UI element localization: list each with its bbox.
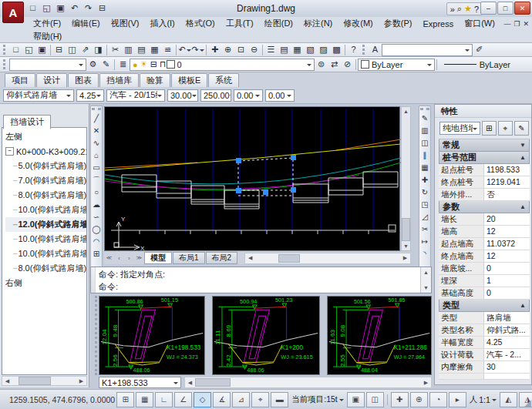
menu-view[interactable]: 视图(V) (106, 18, 145, 29)
menu-edit[interactable]: 编辑(E) (66, 18, 106, 29)
command-prompt-line[interactable]: 命令: (99, 280, 417, 293)
edit-style-icon[interactable]: ✎ (99, 59, 113, 71)
menu-dimension[interactable]: 标注(N) (298, 18, 338, 29)
layout-space-button[interactable]: ◫ (366, 392, 384, 407)
erase-button[interactable]: ✎ (419, 112, 432, 125)
section-type[interactable]: 类型▲ (439, 300, 530, 312)
tab-prev-icon[interactable]: ‹ (114, 254, 124, 263)
property-value[interactable]: 1198.533 (484, 164, 530, 176)
collapse-icon[interactable]: − (5, 147, 14, 156)
scroll-left-icon[interactable]: ◀ (245, 254, 255, 263)
arc-button[interactable]: ⌒ (90, 174, 103, 186)
property-value[interactable]: 20 (484, 213, 530, 225)
section-parameters[interactable]: 参数▲ (439, 201, 530, 213)
toolbar-grip[interactable] (362, 45, 366, 55)
rotate-button[interactable]: ↻ (419, 186, 432, 199)
redo-tool-button[interactable]: ↷ (191, 44, 204, 56)
canvas-hscrollbar[interactable]: ◀ ▶ (244, 253, 411, 264)
menu-help[interactable]: 帮助(H) (28, 31, 67, 42)
toolbar-grip[interactable] (3, 45, 7, 55)
scroll-down-icon[interactable]: ▼ (401, 242, 411, 250)
offset-button[interactable]: ∥ (419, 149, 432, 162)
grip[interactable] (236, 158, 241, 163)
rectangle-button[interactable]: ▭ (90, 162, 103, 174)
menu-insert[interactable]: 插入(I) (144, 18, 180, 29)
text-style-combo[interactable] (382, 44, 473, 56)
plot-button[interactable]: ⊟ (52, 44, 66, 56)
grip[interactable] (291, 187, 296, 193)
param5-combo[interactable]: 0.00 (234, 89, 263, 102)
db-connect-button[interactable]: ▩ (330, 44, 343, 56)
coordinate-readout[interactable]: 1259.1505, 474.6796, 0.0000 (3, 395, 115, 404)
properties-palette-button[interactable]: ☰ (264, 44, 278, 56)
polar-toggle[interactable]: ∠ (174, 392, 192, 407)
search-icon[interactable]: ⌕ (457, 4, 462, 14)
scroll-up-icon[interactable]: ▲ (401, 107, 411, 116)
toolbar-grip[interactable] (3, 59, 7, 69)
autocad-logo-icon[interactable]: A (2, 2, 24, 23)
property-value[interactable]: 汽车 - 2... (484, 349, 530, 360)
copy-button[interactable]: ▥ (122, 44, 135, 56)
section-station-range[interactable]: 桩号范围▲ (439, 152, 530, 164)
mdi-close-icon[interactable]: ✕ (523, 20, 529, 28)
maximize-button[interactable]: □ (497, 2, 513, 15)
property-value[interactable]: 0 (484, 287, 530, 299)
save-tool-button[interactable]: ▣ (35, 44, 49, 56)
wall-type-combo[interactable]: 仰斜式路肩墙 (3, 89, 74, 102)
paste-button[interactable]: ▤ (135, 44, 148, 56)
tree-item-wall-5[interactable]: ┄10.0(仰斜式路肩墙) (5, 232, 86, 246)
close-button[interactable]: ✕ (514, 2, 530, 15)
tab-check[interactable]: 验算 (140, 73, 170, 87)
zoom-previous-button[interactable]: ⊖ (247, 44, 261, 56)
tree-item-left-side[interactable]: 左侧 (5, 129, 86, 144)
pan-button[interactable]: ✚ (208, 44, 221, 56)
mdi-restore-icon[interactable]: ❐ (513, 20, 520, 28)
insert-block-button[interactable]: ⊞ (90, 248, 103, 260)
tree-item-wall-6[interactable]: ┄10.0(仰斜式路肩墙) (5, 246, 86, 261)
menu-modify[interactable]: 修改(M) (338, 18, 379, 29)
paste-special-button[interactable]: ▦ (148, 44, 161, 56)
tree-node-station-range[interactable]: −K0+000-K3+009.212 (5, 144, 86, 159)
command-line[interactable]: 命令: 指定对角点: 命令: ▲ ▼ (90, 267, 432, 293)
extend-button[interactable]: ↦ (419, 236, 432, 248)
tab-wall-library[interactable]: 挡墙库 (99, 73, 139, 87)
tab-design[interactable]: 设计 (36, 73, 67, 87)
zoom-window-button[interactable]: ⊡ (234, 44, 247, 56)
scroll-left-icon[interactable]: ◀ (2, 377, 12, 385)
tab-project[interactable]: 项目 (5, 73, 35, 87)
plot-preview-button[interactable]: ◫ (66, 44, 79, 56)
tree-item-wall-3[interactable]: ┄10.0(仰斜式路肩墙) (5, 203, 86, 217)
chevron-icon[interactable]: » (450, 5, 455, 14)
model-space-button[interactable]: ▣ (347, 392, 365, 407)
help-button[interactable]: ? (347, 44, 360, 56)
line-button[interactable]: ╱ (90, 112, 103, 125)
tab-first-icon[interactable]: ≪ (104, 254, 114, 263)
chevron-up-icon[interactable]: ▲ (520, 203, 526, 210)
property-value[interactable]: 路肩墙 (484, 312, 530, 324)
design-center-button[interactable]: ▤ (278, 44, 291, 56)
tree-item-wall-7[interactable]: ┄8.0(仰斜式路肩墙) (5, 261, 86, 276)
menu-parameters[interactable]: 参数(P) (379, 18, 418, 29)
tool-palettes-button[interactable]: ▦ (291, 44, 304, 56)
model-canvas[interactable]: Y X (104, 106, 400, 251)
load-combo[interactable]: 汽车 - 20/15级, 挂 - 1( (106, 89, 165, 102)
station-combo[interactable]: K1+198.533 (99, 377, 181, 388)
layer-on-bulb-icon[interactable]: ● (133, 60, 138, 69)
chevron-up-icon[interactable]: ▲ (520, 154, 526, 161)
grid-toggle[interactable]: ▦ (136, 392, 153, 407)
tab-charts[interactable]: 图表 (68, 73, 99, 87)
section-general[interactable]: 常规▼ (439, 139, 530, 152)
publish-button[interactable]: ⇗ (79, 44, 92, 56)
style-combo[interactable] (9, 59, 86, 71)
layer-manager-button[interactable]: ≣ (116, 59, 130, 71)
polygon-button[interactable]: ⌂ (90, 149, 103, 162)
current-project-dropdown[interactable]: 当前项目:15t (290, 394, 345, 405)
lineweight-toggle[interactable]: ▬ (271, 392, 288, 407)
toggle-pickadd-button[interactable]: ⊞ (482, 121, 497, 136)
scroll-thumb[interactable] (402, 218, 410, 241)
chevron-up-icon[interactable]: ▲ (520, 302, 526, 309)
layer-freeze-sun-icon[interactable]: ☀ (140, 59, 148, 69)
otrack-toggle[interactable]: ∡ (213, 392, 231, 407)
property-value[interactable]: 4.25 (484, 337, 530, 348)
property-value[interactable]: 1 (484, 275, 530, 287)
